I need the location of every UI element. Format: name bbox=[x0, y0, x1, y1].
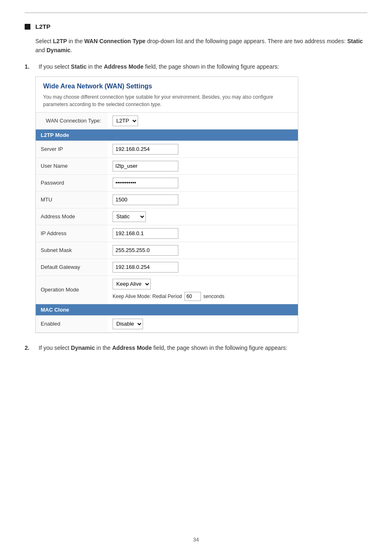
ip-address-row: IP Address bbox=[36, 225, 298, 242]
server-ip-label: Server IP bbox=[36, 141, 108, 157]
senconds-label: senconds bbox=[203, 294, 224, 299]
address-mode-row: Address Mode Static Dynamic bbox=[36, 208, 298, 225]
default-gateway-value bbox=[108, 259, 298, 275]
user-name-value bbox=[108, 157, 298, 174]
redial-period-input[interactable] bbox=[184, 292, 201, 301]
subnet-mask-label: Subnet Mask bbox=[36, 242, 108, 259]
wan-connection-type-select[interactable]: L2TP bbox=[113, 116, 138, 126]
section-title: L2TP bbox=[35, 23, 51, 30]
user-name-input[interactable] bbox=[113, 161, 178, 171]
ip-address-input[interactable] bbox=[113, 228, 178, 239]
keep-alive-select[interactable]: Keep Alive bbox=[113, 279, 151, 289]
mtu-row: MTU bbox=[36, 191, 298, 208]
item2-dynamic-bold: Dynamic bbox=[71, 345, 95, 351]
l2tp-mode-label: L2TP Mode bbox=[36, 129, 298, 141]
subnet-mask-row: Subnet Mask bbox=[36, 242, 298, 259]
password-input[interactable] bbox=[113, 178, 178, 188]
page-number: 34 bbox=[193, 536, 199, 543]
password-value bbox=[108, 174, 298, 191]
wan-connection-type-bold: WAN Connection Type bbox=[84, 38, 145, 44]
enabled-label: Enabled bbox=[36, 315, 108, 332]
intro-paragraph: Select L2TP in the WAN Connection Type d… bbox=[35, 37, 367, 55]
wan-connection-type-label: WAN Connection Type: bbox=[36, 113, 108, 130]
wan-connection-type-value: L2TP bbox=[108, 113, 298, 130]
l2tp-bold: L2TP bbox=[53, 38, 67, 44]
operation-mode-row: Operation Mode Keep Alive Keep Alive Mod… bbox=[36, 275, 298, 304]
item1-number: 1. bbox=[25, 63, 35, 70]
section-heading: L2TP bbox=[25, 23, 367, 30]
operation-mode-label: Operation Mode bbox=[36, 275, 108, 304]
top-border bbox=[25, 12, 367, 13]
wan-table: WAN Connection Type: L2TP L2TP Mode Serv… bbox=[36, 113, 298, 333]
bullet-icon bbox=[25, 24, 30, 30]
default-gateway-input[interactable] bbox=[113, 262, 178, 273]
server-ip-input[interactable] bbox=[113, 144, 178, 155]
default-gateway-label: Default Gateway bbox=[36, 259, 108, 275]
address-mode-select[interactable]: Static Dynamic bbox=[113, 211, 146, 222]
static-bold: Static bbox=[347, 38, 363, 44]
item2-address-mode-bold: Address Mode bbox=[112, 345, 152, 351]
ip-address-label: IP Address bbox=[36, 225, 108, 242]
default-gateway-row: Default Gateway bbox=[36, 259, 298, 275]
mtu-value bbox=[108, 191, 298, 208]
mtu-label: MTU bbox=[36, 191, 108, 208]
server-ip-value bbox=[108, 141, 298, 157]
dynamic-bold: Dynamic bbox=[46, 47, 70, 53]
operation-mode-value: Keep Alive Keep Alive Mode: Redial Perio… bbox=[108, 275, 298, 304]
wan-header: Wide Area Network (WAN) Settings You may… bbox=[36, 77, 298, 113]
enabled-select[interactable]: Disable Enable bbox=[113, 319, 143, 329]
user-name-row: User Name bbox=[36, 157, 298, 174]
mtu-input[interactable] bbox=[113, 194, 178, 205]
wan-settings-container: Wide Area Network (WAN) Settings You may… bbox=[35, 76, 298, 333]
wan-table-description: You may choose different connection type… bbox=[43, 93, 291, 108]
page: L2TP Select L2TP in the WAN Connection T… bbox=[0, 0, 392, 555]
numbered-item-1: 1. If you select Static in the Address M… bbox=[25, 63, 367, 70]
subnet-mask-value bbox=[108, 242, 298, 259]
item1-address-mode-bold: Address Mode bbox=[104, 63, 143, 70]
address-mode-value: Static Dynamic bbox=[108, 208, 298, 225]
wan-connection-type-row: WAN Connection Type: L2TP bbox=[36, 113, 298, 130]
item2-number: 2. bbox=[25, 345, 35, 351]
mac-clone-label: MAC Clone bbox=[36, 304, 298, 315]
enabled-value: Disable Enable bbox=[108, 315, 298, 332]
password-row: Password bbox=[36, 174, 298, 191]
server-ip-row: Server IP bbox=[36, 141, 298, 157]
ip-address-value bbox=[108, 225, 298, 242]
l2tp-mode-section-row: L2TP Mode bbox=[36, 129, 298, 141]
password-label: Password bbox=[36, 174, 108, 191]
numbered-item-2: 2. If you select Dynamic in the Address … bbox=[25, 345, 367, 351]
keep-alive-period-label: Keep Alive Mode: Redial Period bbox=[113, 294, 182, 299]
subnet-mask-input[interactable] bbox=[113, 245, 178, 256]
item1-text: If you select Static in the Address Mode… bbox=[39, 63, 279, 70]
address-mode-label: Address Mode bbox=[36, 208, 108, 225]
page-footer: 34 bbox=[0, 536, 392, 543]
item2-text: If you select Dynamic in the Address Mod… bbox=[39, 345, 287, 351]
wan-table-title: Wide Area Network (WAN) Settings bbox=[43, 83, 291, 90]
item1-static-bold: Static bbox=[71, 63, 87, 70]
user-name-label: User Name bbox=[36, 157, 108, 174]
enabled-row: Enabled Disable Enable bbox=[36, 315, 298, 332]
mac-clone-section-row: MAC Clone bbox=[36, 304, 298, 315]
